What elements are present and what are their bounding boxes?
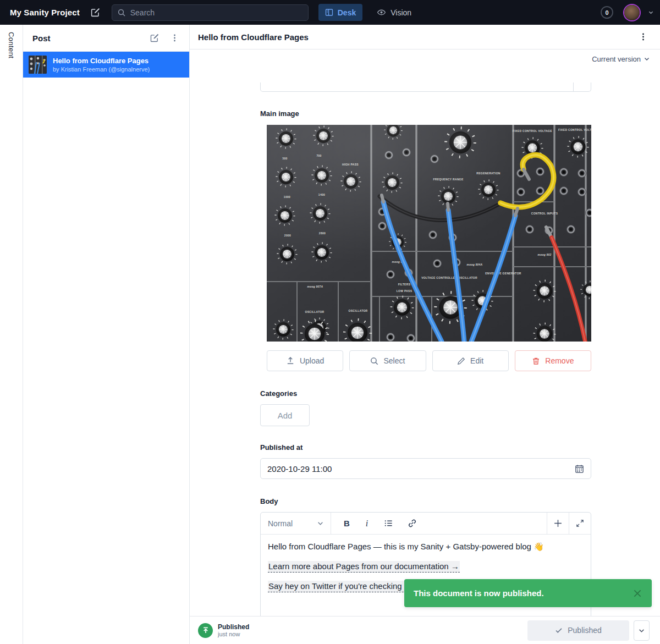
body-paragraph: Learn more about Pages from our document… xyxy=(268,560,584,573)
document-form: Main image xyxy=(190,49,660,644)
desk-tab-label: Desk xyxy=(338,8,356,17)
top-navbar: My Sanity Project xyxy=(0,0,660,25)
sidebar-content-rail[interactable]: Content xyxy=(0,25,23,644)
upload-button[interactable]: Upload xyxy=(267,350,343,371)
bullet-list-button[interactable] xyxy=(384,519,393,528)
edit-button[interactable]: Edit xyxy=(432,350,509,371)
upload-icon xyxy=(286,356,295,365)
italic-button[interactable]: i xyxy=(364,519,370,529)
categories-label: Categories xyxy=(260,389,297,398)
vision-tab-label: Vision xyxy=(391,8,411,17)
image-actions: Upload Select Edit xyxy=(267,350,591,371)
kebab-menu-icon xyxy=(170,34,179,42)
body-label: Body xyxy=(260,497,278,505)
select-label: Select xyxy=(383,356,405,365)
publish-success-toast: This document is now published. xyxy=(404,579,652,607)
body-link[interactable]: Learn more about Pages from our document… xyxy=(268,561,460,573)
list-pane-title: Post xyxy=(32,34,146,43)
search-icon xyxy=(118,9,125,16)
check-icon xyxy=(555,626,563,634)
document-editor-pane: Hello from Cloudflare Pages Current vers… xyxy=(190,25,660,644)
body-text: Hello from Cloudflare Pages — this is my… xyxy=(268,542,544,551)
edit-label: Edit xyxy=(470,356,483,365)
notifications-badge[interactable]: 0 xyxy=(601,6,613,19)
toast-message: This document is now published. xyxy=(414,588,632,598)
list-pane-header: Post xyxy=(23,25,189,52)
document-header: Hello from Cloudflare Pages xyxy=(190,25,660,49)
project-title: My Sanity Project xyxy=(7,8,80,17)
list-pane-menu-button[interactable] xyxy=(166,30,183,46)
add-category-button[interactable]: Add xyxy=(260,404,310,426)
publish-menu-chevron-button[interactable] xyxy=(634,620,650,641)
text-style-value: Normal xyxy=(268,519,293,528)
sidebar-content-label: Content xyxy=(7,32,15,644)
clipped-field-above[interactable] xyxy=(260,82,591,92)
eye-icon xyxy=(377,8,386,17)
toast-close-icon[interactable] xyxy=(632,588,642,598)
link-button[interactable] xyxy=(408,519,417,528)
upload-label: Upload xyxy=(300,356,324,365)
create-post-button[interactable] xyxy=(146,30,163,46)
post-item-title: Hello from Cloudflare Pages xyxy=(53,57,150,65)
publish-status-time: just now xyxy=(218,631,249,638)
bold-button[interactable]: B xyxy=(344,519,350,528)
post-thumbnail xyxy=(29,56,47,74)
document-footer-bar: Published just now Published xyxy=(190,616,660,644)
tab-desk[interactable]: Desk xyxy=(318,4,362,21)
fullscreen-expand-button[interactable] xyxy=(569,513,591,534)
search-icon xyxy=(370,357,378,365)
remove-button[interactable]: Remove xyxy=(515,350,591,371)
kebab-menu-icon xyxy=(639,32,647,41)
new-document-button[interactable] xyxy=(87,4,104,21)
publish-button-label: Published xyxy=(568,626,602,635)
main-image-label: Main image xyxy=(260,109,299,118)
user-avatar[interactable] xyxy=(624,5,640,20)
search-input[interactable] xyxy=(130,8,302,17)
publish-status-icon xyxy=(198,623,213,638)
trash-icon xyxy=(532,357,540,365)
body-paragraph: Hello from Cloudflare Pages — this is my… xyxy=(268,540,584,553)
compose-icon xyxy=(90,7,101,18)
clipped-field-divider xyxy=(573,82,574,91)
pencil-icon xyxy=(457,357,465,365)
post-item-subtitle: by Kristian Freeman (@signalnerve) xyxy=(53,65,150,73)
text-style-select[interactable]: Normal xyxy=(261,513,331,534)
remove-label: Remove xyxy=(545,356,574,365)
insert-block-button[interactable] xyxy=(547,513,569,534)
chevron-down-icon xyxy=(317,520,323,526)
published-at-label: Published at xyxy=(260,443,302,452)
desk-icon xyxy=(325,8,333,16)
document-list-pane: Post xyxy=(23,25,190,644)
post-list-item-selected[interactable]: Hello from Cloudflare Pages by Kristian … xyxy=(23,52,189,78)
select-button[interactable]: Select xyxy=(349,350,426,371)
tab-vision[interactable]: Vision xyxy=(370,4,418,21)
format-buttons: B i xyxy=(331,513,547,534)
compose-icon xyxy=(150,33,160,43)
publish-button[interactable]: Published xyxy=(527,620,629,641)
publish-status-title: Published xyxy=(218,623,249,631)
user-menu-chevron-down-icon[interactable] xyxy=(648,10,653,15)
global-search[interactable] xyxy=(112,4,309,21)
sanity-studio-app: My Sanity Project xyxy=(0,0,660,644)
document-title: Hello from Cloudflare Pages xyxy=(198,32,635,42)
main-image-photo: 5007001000140020002800HIGH PASSFREQUENCY… xyxy=(267,125,591,342)
editor-toolbar: Normal B i xyxy=(261,513,591,535)
calendar-icon[interactable] xyxy=(575,464,584,474)
document-menu-button[interactable] xyxy=(635,29,651,45)
published-at-field xyxy=(260,458,591,479)
published-at-input[interactable] xyxy=(267,464,569,474)
